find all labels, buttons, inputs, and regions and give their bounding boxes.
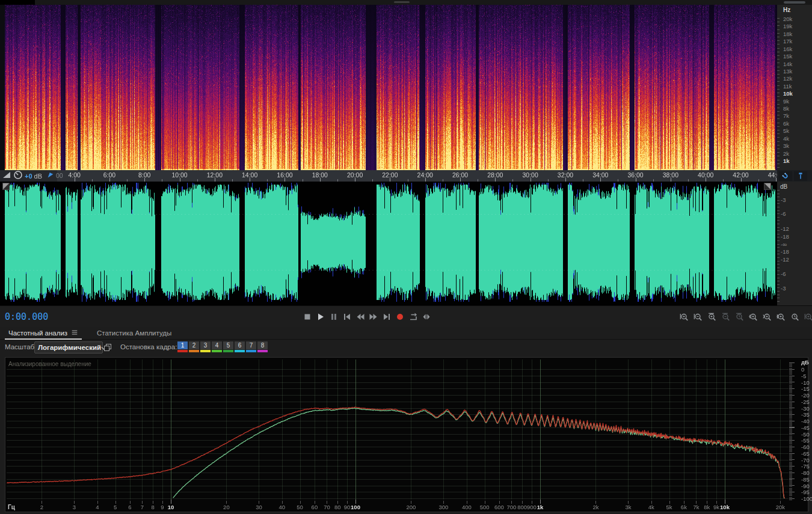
- spectrogram-freq-tick: 7k: [783, 113, 789, 119]
- zoom-full-button[interactable]: [803, 311, 812, 322]
- zoom-in-right-edge-button[interactable]: [761, 311, 772, 322]
- hold-button-color: [235, 350, 245, 352]
- graph-freq-label: 1k: [529, 504, 551, 510]
- hold-button-color: [200, 350, 211, 352]
- skip-mode-button[interactable]: [421, 311, 432, 322]
- zoom-in-amplitude-button[interactable]: [706, 311, 717, 322]
- scale-dropdown[interactable]: Логарифмический: [34, 341, 103, 353]
- hold-button-number: 4: [212, 341, 222, 349]
- waveform-db-tick: -18: [781, 249, 789, 255]
- restore-zoom-button[interactable]: [789, 311, 800, 322]
- time-label: 14:00: [238, 171, 262, 179]
- time-label: 16:00: [272, 171, 297, 179]
- panel-grip-icon[interactable]: [394, 1, 410, 3]
- fade-icon[interactable]: [2, 170, 11, 182]
- spectrogram-freq-tick: 13k: [783, 69, 792, 75]
- transport-bar: 0:00.000: [0, 305, 812, 327]
- spectrogram-left-border: [0, 5, 5, 171]
- waveform-db-tick: -3: [781, 197, 786, 203]
- hold-button-number: 1: [177, 341, 188, 349]
- waveform-db-ruler: dB -3-6-12-18-∞-18-12-6-3 1 2: [777, 182, 812, 305]
- time-label: 4:00: [63, 171, 87, 179]
- spectrogram-freq-tick: 8k: [783, 106, 789, 112]
- time-label: 18:00: [308, 171, 332, 179]
- scale-dropdown-value: Логарифмический: [38, 344, 101, 351]
- scrollbar-handle[interactable]: [784, 1, 805, 4]
- ruler-ghost-label: 00: [56, 172, 63, 179]
- waveform-db-tick: -6: [781, 211, 786, 217]
- spectrogram-freq-tick: 5k: [783, 128, 789, 134]
- waveform-canvas[interactable]: [4, 182, 776, 303]
- hold-button-6[interactable]: 6: [235, 341, 245, 352]
- hold-button-7[interactable]: 7: [246, 341, 256, 352]
- time-label: 6:00: [97, 171, 121, 179]
- top-left-block: [0, 0, 35, 5]
- gain-value[interactable]: +0: [25, 173, 32, 180]
- hold-button-1[interactable]: 1: [177, 341, 188, 352]
- rewind-button[interactable]: [355, 311, 366, 322]
- waveform-db-tick: -6: [781, 271, 786, 277]
- zoom-in-time-button[interactable]: [678, 311, 689, 322]
- pin-icon[interactable]: [46, 171, 55, 182]
- zoom-out-amplitude-button[interactable]: [720, 311, 731, 322]
- play-button[interactable]: [315, 311, 326, 322]
- hold-button-8[interactable]: 8: [257, 341, 268, 352]
- spectrogram-freq-tick: 2k: [783, 151, 789, 157]
- waveform-db-tick: -12: [781, 257, 789, 263]
- scale-label: Масштаб:: [5, 343, 36, 350]
- stop-button[interactable]: [302, 311, 313, 322]
- spectrogram-freq-tick: 3k: [783, 143, 789, 149]
- frequency-graph: Анализированное выделение дБ0-5-10-15-20…: [5, 357, 808, 512]
- skip-to-end-button[interactable]: [381, 311, 392, 322]
- timeline-ruler[interactable]: 4:006:008:0010:0012:0014:0016:0018:0020:…: [0, 170, 777, 182]
- waveform-area[interactable]: [0, 182, 777, 305]
- tab-amplitude-statistics-label: Статистика Амплитуды: [97, 329, 171, 337]
- gain-knob-icon[interactable]: [13, 170, 23, 182]
- hold-button-4[interactable]: 4: [212, 341, 222, 352]
- gain-unit: dB: [34, 173, 42, 180]
- pause-button[interactable]: [328, 311, 339, 322]
- zoom-in-left-edge-button[interactable]: [748, 311, 758, 322]
- record-button[interactable]: [395, 311, 405, 322]
- zoom-toolbar: [678, 311, 812, 322]
- fade-handle-left[interactable]: [2, 183, 10, 190]
- time-label: 24:00: [413, 171, 437, 179]
- spectrogram-freq-tick: 17k: [783, 38, 792, 44]
- tab-frequency-analysis[interactable]: Частотный анализ: [5, 327, 82, 340]
- tab-amplitude-statistics[interactable]: Статистика Амплитуды: [93, 327, 175, 338]
- hold-button-color: [246, 350, 256, 352]
- timeline-labels: 4:006:008:0010:0012:0014:0016:0018:0020:…: [0, 171, 777, 182]
- time-label: 32:00: [553, 171, 577, 179]
- graph-freq-label: 10: [160, 504, 182, 510]
- hold-button-color: [212, 350, 222, 352]
- ruler-corner: [777, 170, 812, 182]
- panel-menu-icon[interactable]: [71, 329, 78, 337]
- copy-graph-icon[interactable]: [102, 342, 113, 353]
- hold-button-number: 7: [246, 341, 256, 349]
- loop-playback-button[interactable]: [408, 311, 419, 322]
- time-display[interactable]: 0:00.000: [5, 311, 48, 322]
- skip-to-start-button[interactable]: [342, 311, 352, 322]
- zoom-reset-amplitude-button[interactable]: [734, 311, 745, 322]
- graph-freq-label: 20: [215, 504, 237, 510]
- fade-handle-right[interactable]: [764, 183, 771, 190]
- time-label: 26:00: [448, 171, 472, 179]
- zoom-to-selection-button[interactable]: [775, 311, 786, 322]
- spectrogram-freq-tick: 20k: [783, 16, 792, 22]
- hold-button-3[interactable]: 3: [200, 341, 211, 352]
- hold-button-2[interactable]: 2: [189, 341, 199, 352]
- graph-freq-label: 200: [400, 504, 422, 510]
- marker-icon[interactable]: [794, 171, 807, 181]
- audition-window: Hz 20k19k18k17k16k15k14k13k12k11k10k9k8k…: [0, 0, 812, 514]
- time-label: 40:00: [694, 171, 718, 179]
- graph-freq-label: 100: [345, 504, 366, 510]
- spectrogram-canvas[interactable]: [5, 5, 777, 171]
- spectrogram-freq-tick: 15k: [783, 54, 792, 60]
- hold-label: Остановка кадра:: [120, 343, 177, 350]
- hold-button-5[interactable]: 5: [223, 341, 233, 352]
- magnet-icon[interactable]: [779, 171, 792, 181]
- time-label: 38:00: [659, 171, 683, 179]
- time-label: 10:00: [168, 171, 192, 179]
- fast-forward-button[interactable]: [368, 311, 379, 322]
- zoom-out-time-button[interactable]: [692, 311, 703, 322]
